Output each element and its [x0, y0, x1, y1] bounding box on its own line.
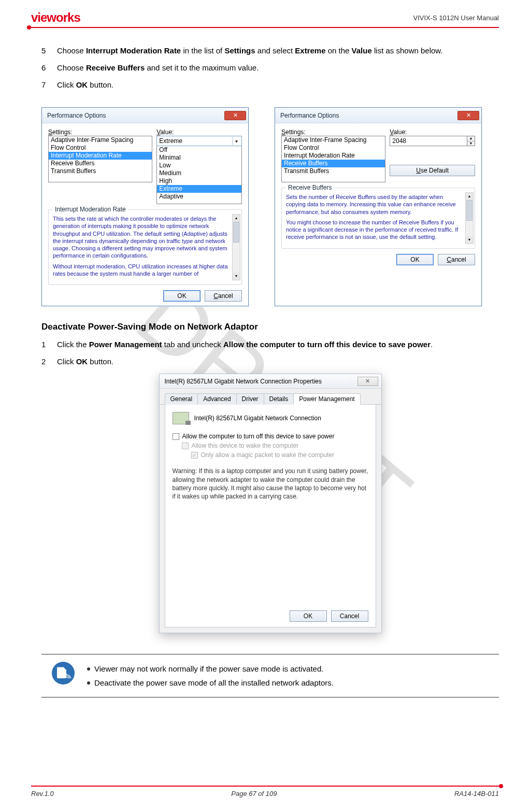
list-item[interactable]: Adaptive Inter-Frame Spacing: [282, 136, 385, 144]
cancel-button[interactable]: Cancel: [331, 610, 368, 622]
value-selected: Extreme: [159, 137, 182, 145]
step-text: Choose Receive Buffers and set it to the…: [57, 61, 499, 75]
list-item[interactable]: Low: [157, 162, 241, 169]
note-item: Viewer may not work normally if the powe…: [94, 662, 323, 676]
list-item[interactable]: Minimal: [157, 154, 241, 162]
use-default-button[interactable]: Use Default: [390, 165, 475, 176]
chevron-down-icon[interactable]: ▾: [466, 236, 473, 244]
settings-label: Settings:: [48, 129, 152, 136]
step-num: 5: [41, 44, 57, 58]
footer-page: Page 67 of 109: [231, 790, 277, 797]
step-num: 1: [41, 337, 57, 351]
value-select[interactable]: Extreme ▾: [156, 136, 242, 146]
doc-title: VIVIX-S 1012N User Manual: [413, 14, 499, 22]
list-item[interactable]: Off: [157, 146, 241, 154]
close-icon[interactable]: ✕: [357, 377, 378, 386]
warning-text: Warning: If this is a laptop computer an…: [173, 467, 368, 501]
checkbox-turn-off-device[interactable]: [173, 433, 179, 440]
chevron-down-icon[interactable]: ▾: [232, 137, 240, 145]
value-dropdown[interactable]: Off Minimal Low Medium High Extreme Adap…: [156, 146, 242, 204]
note-icon: [52, 662, 75, 685]
chevron-down-icon[interactable]: ▼: [467, 141, 475, 146]
window-title: Performance Options: [280, 112, 339, 119]
description-fieldset: Receive Buffers Sets the number of Recei…: [281, 188, 475, 249]
note-box: Viewer may not work normally if the powe…: [41, 654, 499, 697]
ok-button[interactable]: OK: [396, 254, 434, 265]
tab-advanced[interactable]: Advanced: [197, 393, 236, 405]
step-text: Click OK button.: [57, 78, 499, 92]
checkbox-magic-packet: [191, 452, 198, 459]
value-label: Value:: [390, 129, 475, 136]
steps-top: 5 Choose Interrupt Moderation Rate in th…: [41, 44, 499, 92]
chevron-up-icon[interactable]: ▲: [467, 136, 475, 141]
cancel-button[interactable]: Cancel: [438, 254, 475, 265]
scroll-thumb[interactable]: [466, 200, 472, 221]
ok-button[interactable]: OK: [290, 610, 327, 622]
checkbox-label: Allow this device to wake the computer: [192, 442, 299, 449]
tab-general[interactable]: General: [165, 393, 198, 405]
settings-listbox[interactable]: Adaptive Inter-Frame Spacing Flow Contro…: [48, 136, 152, 182]
scroll-thumb[interactable]: [233, 222, 239, 243]
list-item[interactable]: Receive Buffers: [282, 160, 385, 167]
close-icon[interactable]: [224, 111, 246, 120]
description-text: Without interrupt moderation, CPU utiliz…: [53, 263, 230, 278]
tab-power-management[interactable]: Power Management: [293, 393, 360, 405]
checkbox-wake-computer: [182, 443, 189, 449]
fieldset-legend: Receive Buffers: [286, 184, 334, 191]
checkbox-label: Only allow a magic packet to wake the co…: [201, 451, 334, 459]
section-heading: Deactivate Power-Saving Mode on Network …: [41, 322, 499, 332]
description-text: Sets the number of Receive Buffers used …: [286, 193, 463, 216]
list-item[interactable]: Interrupt Moderation Rate: [282, 152, 385, 160]
step-text: Click the Power Management tab and unche…: [57, 337, 499, 351]
step-text: Choose Interrupt Moderation Rate in the …: [57, 44, 499, 58]
chevron-up-icon[interactable]: ▴: [466, 193, 473, 200]
checkbox-label: Allow the computer to turn off this devi…: [182, 433, 335, 440]
step-num: 7: [41, 78, 57, 92]
footer-rule: [31, 786, 499, 787]
list-item[interactable]: Adaptive: [157, 193, 241, 201]
list-item[interactable]: High: [157, 177, 241, 185]
list-item[interactable]: Transmit Buffers: [49, 167, 152, 175]
window-title: Intel(R) 82567LM Gigabit Network Connect…: [165, 378, 322, 385]
description-text: You might choose to increase the number …: [286, 219, 463, 241]
spinner-value[interactable]: 2048: [390, 136, 467, 146]
description-fieldset: Interrupt Moderation Rate This sets the …: [48, 209, 242, 285]
network-card-icon: [173, 412, 189, 424]
cancel-button[interactable]: Cancel: [205, 290, 242, 302]
footer-rev: Rev.1.0: [31, 790, 54, 797]
list-item[interactable]: Flow Control: [282, 144, 385, 152]
steps-bottom: 1 Click the Power Management tab and unc…: [41, 337, 499, 368]
step-num: 2: [41, 354, 57, 368]
chevron-down-icon[interactable]: ▾: [233, 273, 240, 280]
header-rule: [31, 27, 499, 28]
scrollbar[interactable]: ▴ ▾: [465, 192, 474, 244]
tab-details[interactable]: Details: [264, 393, 294, 405]
tab-driver[interactable]: Driver: [236, 393, 264, 405]
perf-options-window-2: Performance Options Settings: Adaptive I…: [275, 107, 482, 306]
list-item[interactable]: Interrupt Moderation Rate: [49, 152, 152, 160]
settings-label: Settings:: [281, 129, 385, 136]
description-text: This sets the rate at which the controll…: [53, 215, 230, 260]
perf-options-window-1: Performance Options Settings: Adaptive I…: [41, 107, 249, 306]
logo: vieworks: [31, 10, 80, 25]
note-item: Deactivate the power save mode of all th…: [94, 676, 334, 690]
list-item[interactable]: Flow Control: [49, 144, 152, 152]
settings-listbox[interactable]: Adaptive Inter-Frame Spacing Flow Contro…: [281, 136, 385, 182]
tab-strip: General Advanced Driver Details Power Ma…: [160, 389, 381, 405]
close-icon[interactable]: [457, 111, 479, 120]
network-properties-window: Intel(R) 82567LM Gigabit Network Connect…: [159, 374, 382, 633]
list-item[interactable]: Receive Buffers: [49, 160, 152, 167]
ok-button[interactable]: OK: [163, 290, 200, 302]
chevron-up-icon[interactable]: ▴: [233, 215, 240, 222]
step-text: Click OK button.: [57, 354, 499, 368]
footer-code: RA14-14B-011: [454, 790, 499, 797]
step-num: 6: [41, 61, 57, 75]
scrollbar[interactable]: ▴ ▾: [232, 214, 240, 280]
list-item[interactable]: Medium: [157, 169, 241, 177]
window-title: Performance Options: [47, 112, 106, 119]
value-label: Value:: [156, 129, 242, 136]
value-spinner[interactable]: 2048 ▲ ▼: [390, 136, 475, 146]
list-item[interactable]: Extreme: [157, 185, 241, 193]
list-item[interactable]: Transmit Buffers: [282, 167, 385, 175]
list-item[interactable]: Adaptive Inter-Frame Spacing: [49, 136, 152, 144]
